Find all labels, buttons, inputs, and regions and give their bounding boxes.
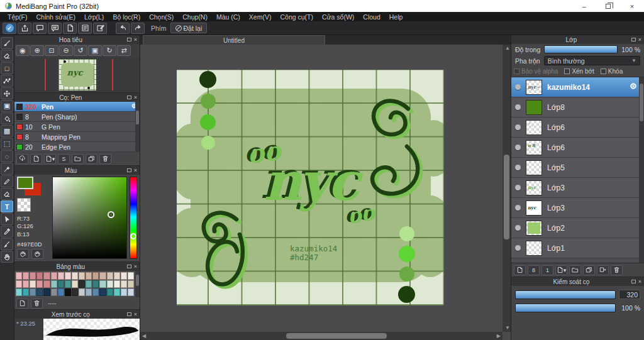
new-1bit-layer-button[interactable]: 1 xyxy=(541,265,553,275)
close-icon[interactable]: × xyxy=(134,37,137,43)
palette-swatch[interactable] xyxy=(30,280,36,288)
new-folder-button[interactable] xyxy=(569,265,581,275)
layer-row-lop3a[interactable]: nyc Lớp3 xyxy=(511,178,644,198)
popout-icon[interactable] xyxy=(127,265,131,268)
popout-icon[interactable] xyxy=(631,280,636,283)
saturation-value-picker[interactable] xyxy=(52,177,127,259)
palette-swatch[interactable] xyxy=(128,280,134,288)
palette-swatch[interactable] xyxy=(23,272,29,280)
bucket-tool[interactable] xyxy=(1,112,13,124)
text-tool[interactable]: T xyxy=(1,200,13,212)
lock-checkbox[interactable]: Khóa xyxy=(601,68,623,75)
palette-cmy-button[interactable] xyxy=(31,249,43,259)
foreground-color-swatch[interactable] xyxy=(17,177,33,189)
palette-swatch[interactable] xyxy=(36,280,43,288)
layer-scrollbar[interactable] xyxy=(639,77,644,263)
upload-button[interactable] xyxy=(18,23,31,34)
hue-cursor[interactable] xyxy=(130,233,136,239)
palette-swatch[interactable] xyxy=(36,288,43,296)
menu-tools[interactable]: Công cụ(T) xyxy=(276,13,317,21)
magic-wand-tool[interactable] xyxy=(1,163,13,175)
layer-settings-gear-icon[interactable] xyxy=(629,82,638,92)
palette-swatch[interactable] xyxy=(86,280,92,288)
brush-item-pen-sharp[interactable]: 8 Pen (Sharp) xyxy=(14,112,140,122)
brush-delete-button[interactable] xyxy=(99,154,111,164)
palette-swatch[interactable] xyxy=(107,272,113,280)
transparent-swatch[interactable] xyxy=(17,198,31,212)
palette-swatch[interactable] xyxy=(16,280,22,288)
menu-help[interactable]: Help xyxy=(386,13,407,21)
close-icon[interactable]: × xyxy=(134,95,137,101)
palette-swatch[interactable] xyxy=(107,280,113,288)
reset-button[interactable]: Đặt lại xyxy=(170,23,208,33)
settings-list-button[interactable] xyxy=(78,23,92,34)
canvas-vscrollbar[interactable]: ▲ ▼ xyxy=(502,45,511,332)
brush-cloud-button[interactable] xyxy=(16,154,28,164)
new-layer-button[interactable] xyxy=(514,265,526,275)
palette-delete-button[interactable] xyxy=(31,299,43,309)
palette-swatch[interactable] xyxy=(114,272,120,280)
menu-snap[interactable]: Chụp(N) xyxy=(179,13,211,21)
palette-swatch[interactable] xyxy=(51,272,57,280)
palette-swatch[interactable] xyxy=(65,280,71,288)
brush-tool[interactable] xyxy=(1,37,13,49)
hand-tool[interactable] xyxy=(1,251,13,263)
menu-select[interactable]: Chọn(S) xyxy=(145,13,177,21)
zoom-in-button[interactable]: ⊕ xyxy=(30,45,44,56)
artwork-canvas[interactable]: oo nyc oo kazumiko14 #hd247 xyxy=(177,70,444,305)
zoom-actual-button[interactable]: ◉ xyxy=(16,45,30,56)
layer-row-lop5[interactable]: Lớp5 xyxy=(511,158,644,178)
palette-swatch[interactable] xyxy=(79,272,85,280)
document-button[interactable] xyxy=(63,23,77,34)
palette-swatch[interactable] xyxy=(58,272,64,280)
palette-swatch[interactable] xyxy=(86,288,92,296)
add-layer-menu-button[interactable]: ▾ xyxy=(555,265,567,275)
palette-swatch[interactable] xyxy=(86,272,92,280)
palette-swatch[interactable] xyxy=(92,280,99,288)
close-icon[interactable]: × xyxy=(134,264,137,270)
palette-swatch[interactable] xyxy=(114,288,120,296)
protect-alpha-checkbox[interactable]: Bảo vệ alpha xyxy=(514,68,558,75)
palette-swatch[interactable] xyxy=(121,288,127,296)
brush-item-g-pen[interactable]: 10 G Pen xyxy=(14,122,140,132)
edit-canvas-button[interactable] xyxy=(93,23,107,34)
popout-icon[interactable] xyxy=(631,38,636,41)
palette-swatch[interactable] xyxy=(99,272,106,280)
canvas-hscrollbar[interactable]: ◀ ▶ xyxy=(140,332,502,340)
rotate-cw-button[interactable]: ↻ xyxy=(103,45,116,56)
fit-screen-button[interactable]: ⊡ xyxy=(45,45,58,56)
palette-swatch[interactable] xyxy=(65,288,71,296)
menu-cloud[interactable]: Cloud xyxy=(359,13,384,21)
brush-script-button[interactable]: S xyxy=(58,154,70,164)
brush-opacity-slider[interactable] xyxy=(515,304,616,312)
undo-button[interactable] xyxy=(116,23,130,34)
merge-layer-button[interactable] xyxy=(597,265,609,275)
palette-swatch[interactable] xyxy=(128,272,134,280)
eyedropper-tool[interactable] xyxy=(1,226,13,238)
hue-slider[interactable] xyxy=(130,177,137,259)
layer-row-lop6b[interactable]: o 8 Lớp6 xyxy=(511,138,644,158)
menu-edit[interactable]: Chỉnh sửa(E) xyxy=(33,13,79,21)
palette-swatch[interactable] xyxy=(23,288,29,296)
palette-scrollbar[interactable] xyxy=(135,271,140,297)
visibility-toggle[interactable] xyxy=(515,124,521,130)
visibility-toggle[interactable] xyxy=(515,145,521,150)
visibility-toggle[interactable] xyxy=(515,225,521,231)
layer-row-lop2[interactable]: Lớp2 xyxy=(511,218,644,238)
palette-swatch[interactable] xyxy=(23,280,29,288)
brush-size-value[interactable]: 320 xyxy=(619,290,640,299)
layer-row-lop6a[interactable]: ° . Lớp6 xyxy=(511,118,644,138)
operate-tool[interactable] xyxy=(1,213,13,225)
palette-mode-button[interactable] xyxy=(17,249,29,259)
palette-swatch[interactable] xyxy=(43,272,50,280)
vscroll-thumb[interactable] xyxy=(504,155,509,239)
menu-color[interactable]: Màu (C) xyxy=(213,13,244,21)
layer-row-lop1[interactable]: Lớp1 xyxy=(511,238,644,258)
palette-swatch[interactable] xyxy=(30,272,36,280)
visibility-toggle[interactable] xyxy=(515,84,521,90)
palette-swatch[interactable] xyxy=(72,288,78,296)
menu-file[interactable]: Tệp(F) xyxy=(4,13,31,21)
brush-scrollbar[interactable] xyxy=(135,102,140,152)
comment-button[interactable] xyxy=(33,23,47,34)
palette-swatch[interactable] xyxy=(107,288,113,296)
